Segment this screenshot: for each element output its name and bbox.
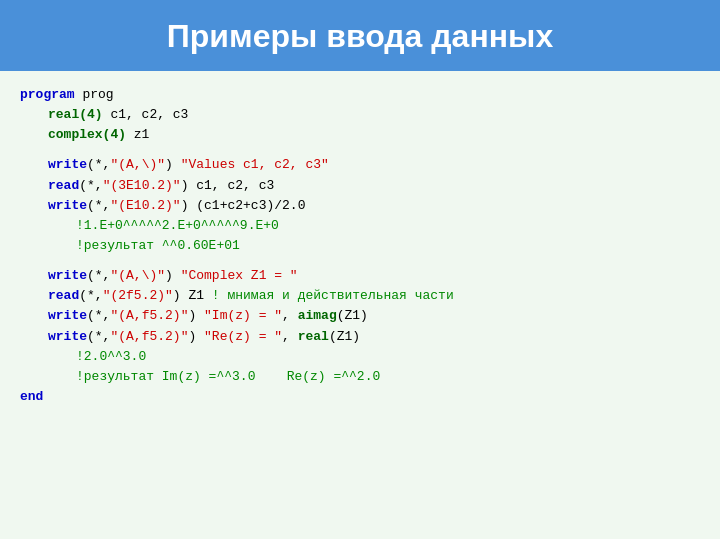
line-1: program prog: [20, 85, 700, 105]
page-title: Примеры ввода данных: [20, 18, 700, 55]
line-2: real(4) c1, c2, c3: [20, 105, 700, 125]
content-area: program prog real(4) c1, c2, c3 complex(…: [0, 71, 720, 539]
line-15: !2.0^^3.0: [20, 347, 700, 367]
line-9: !результат ^^0.60E+01: [20, 236, 700, 256]
line-16: !результат Im(z) =^^3.0 Re(z) =^^2.0: [20, 367, 700, 387]
line-3: complex(4) z1: [20, 125, 700, 145]
header: Примеры ввода данных: [0, 0, 720, 71]
line-7: write(*,"(E10.2)") (c1+c2+c3)/2.0: [20, 196, 700, 216]
line-5: write(*,"(A,\)") "Values c1, c2, c3": [20, 155, 700, 175]
line-6: read(*,"(3E10.2)") c1, c2, c3: [20, 176, 700, 196]
line-8: !1.E+0^^^^^2.E+0^^^^^9.E+0: [20, 216, 700, 236]
line-14: write(*,"(A,f5.2)") "Re(z) = ", real(Z1): [20, 327, 700, 347]
line-17: end: [20, 387, 700, 407]
code-block: program prog real(4) c1, c2, c3 complex(…: [20, 85, 700, 407]
line-12: read(*,"(2f5.2)") Z1 ! мнимая и действит…: [20, 286, 700, 306]
line-11: write(*,"(A,\)") "Complex Z1 = ": [20, 266, 700, 286]
line-13: write(*,"(A,f5.2)") "Im(z) = ", aimag(Z1…: [20, 306, 700, 326]
